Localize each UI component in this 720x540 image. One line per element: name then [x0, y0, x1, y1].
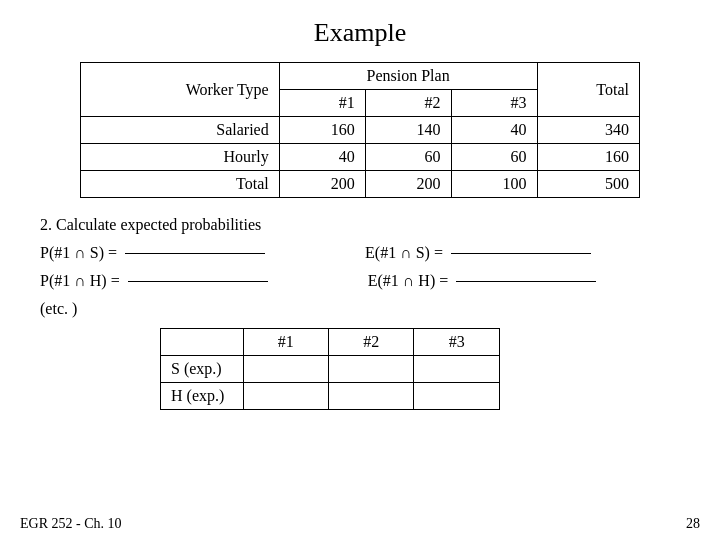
small-h-2	[328, 383, 413, 410]
section2-label: 2. Calculate expected probabilities	[40, 216, 680, 234]
etc-label: (etc. )	[40, 300, 680, 318]
small-s-1	[243, 356, 328, 383]
total-col-header: Total	[537, 63, 639, 117]
small-table-empty-header	[161, 329, 244, 356]
small-h-3	[414, 383, 500, 410]
hourly-1: 40	[279, 144, 365, 171]
small-table-wrapper: #1 #2 #3 S (exp.) H (exp.)	[160, 328, 680, 410]
table-row-salaried: Salaried 160 140 40 340	[81, 117, 640, 144]
col-header-3: #3	[451, 90, 537, 117]
small-table-row-h: H (exp.)	[161, 383, 500, 410]
small-s-3	[414, 356, 500, 383]
small-s-2	[328, 356, 413, 383]
hourly-3: 60	[451, 144, 537, 171]
small-s-label: S (exp.)	[161, 356, 244, 383]
hourly-total: 160	[537, 144, 639, 171]
pension-plan-header: Pension Plan	[279, 63, 537, 90]
small-table-header-row: #1 #2 #3	[161, 329, 500, 356]
small-h-label: H (exp.)	[161, 383, 244, 410]
table-row-total: Total 200 200 100 500	[81, 171, 640, 198]
exp-s-label: E(#1 ∩ S) =	[365, 244, 443, 262]
exp-h-blank	[456, 281, 596, 282]
table-row-pension-header: Worker Type Pension Plan Total	[81, 63, 640, 90]
prob-h-left: P(#1 ∩ H) =	[40, 272, 268, 290]
total-2: 200	[365, 171, 451, 198]
footer-left: EGR 252 - Ch. 10	[20, 516, 122, 532]
salaried-2: 140	[365, 117, 451, 144]
salaried-label: Salaried	[81, 117, 280, 144]
prob-h-blank	[128, 281, 268, 282]
total-label: Total	[81, 171, 280, 198]
prob-h-label: P(#1 ∩ H) =	[40, 272, 120, 290]
small-table-row-s: S (exp.)	[161, 356, 500, 383]
salaried-1: 160	[279, 117, 365, 144]
small-h-1	[243, 383, 328, 410]
worker-type-cell: Worker Type	[81, 63, 280, 117]
footer: EGR 252 - Ch. 10 28	[20, 516, 700, 532]
prob-s-blank	[125, 253, 265, 254]
salaried-total: 340	[537, 117, 639, 144]
small-table: #1 #2 #3 S (exp.) H (exp.)	[160, 328, 500, 410]
exp-h-right: E(#1 ∩ H) =	[368, 272, 597, 290]
page-title: Example	[0, 18, 720, 48]
exp-s-blank	[451, 253, 591, 254]
prob-s-label: P(#1 ∩ S) =	[40, 244, 117, 262]
small-col-2: #2	[328, 329, 413, 356]
total-1: 200	[279, 171, 365, 198]
footer-right: 28	[686, 516, 700, 532]
prob-row-2: P(#1 ∩ H) = E(#1 ∩ H) =	[40, 272, 680, 290]
prob-row-1: P(#1 ∩ S) = E(#1 ∩ S) =	[40, 244, 680, 262]
exp-s-right: E(#1 ∩ S) =	[365, 244, 591, 262]
prob-s-left: P(#1 ∩ S) =	[40, 244, 265, 262]
hourly-label: Hourly	[81, 144, 280, 171]
col-header-1: #1	[279, 90, 365, 117]
exp-h-label: E(#1 ∩ H) =	[368, 272, 449, 290]
total-3: 100	[451, 171, 537, 198]
total-total: 500	[537, 171, 639, 198]
salaried-3: 40	[451, 117, 537, 144]
col-header-2: #2	[365, 90, 451, 117]
hourly-2: 60	[365, 144, 451, 171]
small-col-3: #3	[414, 329, 500, 356]
main-table: Worker Type Pension Plan Total #1 #2 #3 …	[80, 62, 640, 198]
table-row-hourly: Hourly 40 60 60 160	[81, 144, 640, 171]
small-col-1: #1	[243, 329, 328, 356]
